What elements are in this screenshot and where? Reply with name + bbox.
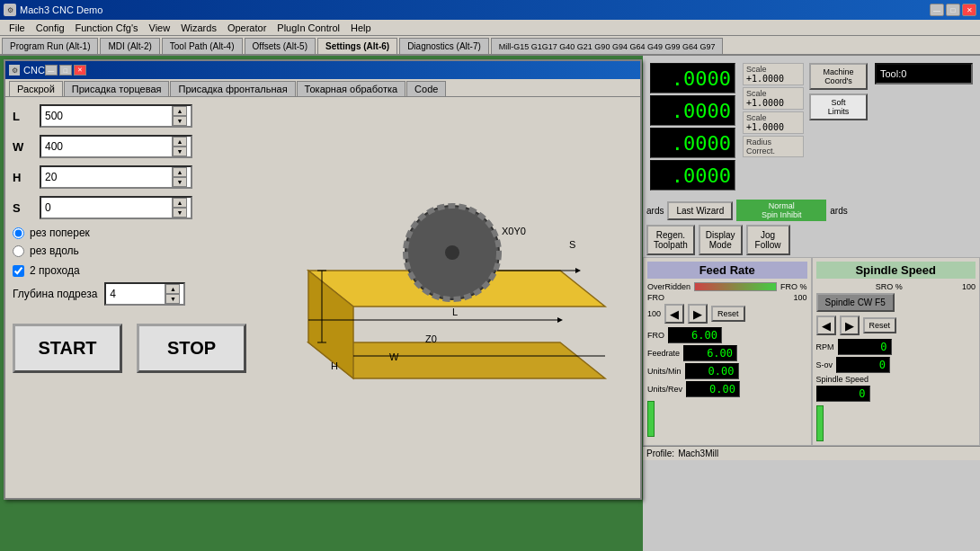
cnc-close-btn[interactable]: ✕ — [74, 65, 86, 76]
sro-pct-label: SRO % — [876, 282, 903, 291]
toolpath-buttons-row: Regen.Toolpath DisplayMode JogFollow — [643, 223, 980, 257]
checkbox-2prohoda[interactable] — [13, 265, 24, 277]
spin-H-up[interactable]: ▲ — [173, 167, 187, 177]
sov-value: 0 — [836, 357, 890, 373]
minimize-button[interactable]: — — [930, 4, 944, 16]
feed-reset-btn[interactable]: Reset — [711, 306, 745, 322]
spin-L-up[interactable]: ▲ — [173, 106, 187, 116]
diagram-area: X0Y0 S L Z0 W H — [254, 104, 633, 473]
cnc-dialog: ⚙ CNC — □ ✕ Раскрой Присадка торцевая Пр… — [4, 59, 642, 500]
cnc-maximize-btn[interactable]: □ — [59, 65, 72, 76]
cnc-content: L ▲ ▼ W — [5, 97, 640, 480]
diagram-svg: X0Y0 S L Z0 W H — [272, 163, 614, 414]
dro-row-1: .0000 — [650, 63, 735, 93]
menu-file[interactable]: File — [4, 22, 31, 34]
regen-toolpath-btn[interactable]: Regen.Toolpath — [646, 225, 695, 255]
top-tab-bar: Program Run (Alt-1) MDI (Alt-2) Tool Pat… — [0, 36, 980, 56]
right-panel: .0000 .0000 .0000 .0000 Scale +1.0000 — [643, 56, 980, 551]
tab-mdi[interactable]: MDI (Alt-2) — [100, 38, 159, 54]
radio-poperek[interactable] — [13, 227, 24, 239]
spin-H-down[interactable]: ▼ — [173, 177, 187, 187]
cnc-tab-prisadka-tor[interactable]: Присадка торцевая — [64, 81, 170, 96]
spin-H: ▲ ▼ — [172, 167, 187, 187]
cnc-window-controls: — □ ✕ — [45, 65, 86, 76]
soft-limits-btn[interactable]: SoftLimits — [809, 93, 868, 120]
tool-display: Tool:0 — [875, 63, 973, 84]
spin-W-down[interactable]: ▼ — [173, 147, 187, 156]
menu-config[interactable]: Config — [31, 22, 70, 34]
dro-display-1[interactable]: .0000 — [650, 63, 735, 93]
menu-plugin-control[interactable]: PlugIn Control — [272, 22, 345, 34]
spin-S-up[interactable]: ▲ — [173, 198, 187, 208]
radio-vdol-label: рез вдоль — [30, 244, 79, 257]
spindle-speed-val-row: 0 — [816, 386, 976, 402]
cnc-tab-prisadka-front[interactable]: Присадка фронтальная — [170, 81, 295, 96]
spindle-decrease-btn[interactable]: ◀ — [816, 315, 836, 335]
wizard-status: NormalSpin Inhibit — [736, 200, 826, 221]
menu-view[interactable]: View — [144, 22, 176, 34]
dro-row-4: .0000 — [650, 160, 735, 191]
spindle-increase-btn[interactable]: ▶ — [840, 315, 860, 335]
menu-function-cfgs[interactable]: Function Cfg's — [70, 22, 144, 34]
radio-vdol[interactable] — [13, 245, 24, 257]
close-button[interactable]: ✕ — [962, 4, 976, 16]
spin-S-down[interactable]: ▼ — [173, 208, 187, 218]
menu-operator[interactable]: Operator — [222, 22, 272, 34]
menu-bar: File Config Function Cfg's View Wizards … — [0, 20, 980, 36]
spindle-cw-btn[interactable]: Spindle CW F5 — [816, 293, 895, 312]
spin-W-up[interactable]: ▲ — [173, 137, 187, 147]
spin-L-down[interactable]: ▼ — [173, 116, 187, 126]
label-W: W — [389, 351, 399, 362]
feed-decrease-btn[interactable]: ◀ — [664, 304, 684, 324]
spindle-green-bar — [816, 405, 824, 441]
tab-diagnostics[interactable]: Diagnostics (Alt-7) — [399, 38, 489, 54]
units-rev-value: 0.00 — [686, 381, 740, 397]
start-button[interactable]: START — [13, 324, 122, 373]
input-depth-wrapper: ▲ ▼ — [104, 282, 185, 306]
dro-display-2[interactable]: .0000 — [650, 95, 735, 126]
label-H: H — [13, 171, 40, 184]
feed-increase-btn[interactable]: ▶ — [688, 304, 708, 324]
tab-offsets[interactable]: Offsets (Alt-5) — [245, 38, 316, 54]
feed-rate-box: Feed Rate OverRidden FRO % FRO 100 100 ◀… — [643, 257, 812, 446]
tab-program-run[interactable]: Program Run (Alt-1) — [2, 38, 98, 54]
feed-rate-header: Feed Rate — [647, 262, 807, 279]
cnc-tab-code[interactable]: Code — [406, 81, 446, 96]
input-H[interactable] — [41, 167, 172, 187]
spin-depth-down[interactable]: ▼ — [165, 294, 180, 304]
input-L[interactable] — [41, 106, 172, 126]
dro-row-2: .0000 — [650, 95, 735, 126]
menu-help[interactable]: Help — [345, 22, 377, 34]
title-bar: ⚙ Mach3 CNC Demo — □ ✕ — [0, 0, 980, 20]
action-buttons: START STOP — [13, 324, 246, 373]
fro-display-value: 6.00 — [668, 327, 722, 343]
spindle-reset-btn[interactable]: Reset — [863, 317, 897, 333]
fro-display-row: FRO 6.00 — [647, 327, 807, 343]
menu-wizards[interactable]: Wizards — [175, 22, 222, 34]
dro-display-4[interactable]: .0000 — [650, 160, 735, 191]
input-W[interactable] — [41, 137, 172, 156]
spin-depth: ▲ ▼ — [165, 284, 180, 304]
display-mode-btn[interactable]: DisplayMode — [699, 225, 743, 255]
sov-row: S-ov 0 — [816, 357, 976, 373]
stop-button[interactable]: STOP — [137, 324, 246, 373]
cnc-minimize-btn[interactable]: — — [45, 65, 58, 76]
last-wizard-btn[interactable]: Last Wizard — [667, 201, 733, 220]
machine-coords-btn[interactable]: MachineCoord's — [809, 63, 868, 90]
dro-display-3[interactable]: .0000 — [650, 128, 735, 158]
tool-label: Tool:0 — [880, 68, 906, 79]
tab-tool-path[interactable]: Tool Path (Alt-4) — [162, 38, 243, 54]
tab-settings[interactable]: Settings (Alt-6) — [317, 38, 397, 54]
input-depth[interactable] — [106, 284, 165, 304]
cnc-form: L ▲ ▼ W — [13, 104, 246, 473]
cnc-tab-raskroy[interactable]: Раскрой — [9, 81, 63, 96]
spin-depth-up[interactable]: ▲ — [165, 284, 180, 294]
feedrate-label: Feedrate — [647, 349, 680, 358]
input-S[interactable] — [41, 198, 172, 218]
label-L: L — [13, 110, 40, 123]
cnc-tab-tokarnaya[interactable]: Токарная обработка — [297, 81, 406, 96]
fro-row-labels: FRO 100 — [647, 293, 807, 302]
maximize-button[interactable]: □ — [946, 4, 960, 16]
profile-row: Profile: Mach3Mill — [643, 446, 980, 460]
jog-follow-btn[interactable]: JogFollow — [746, 225, 790, 255]
